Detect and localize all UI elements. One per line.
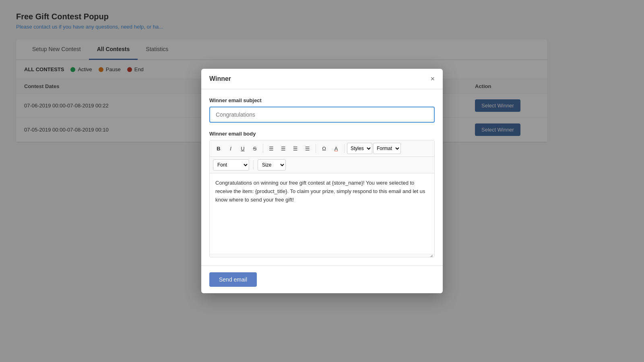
send-email-button[interactable]: Send email [209, 272, 257, 287]
editor-resize-handle: ◢ [210, 254, 434, 257]
editor-toolbar-row2: Font Size [210, 157, 434, 173]
editor-toolbar-row1: B I U S ☰ ☰ ☰ ☰ Ω A Styles [210, 140, 434, 157]
styles-select[interactable]: Styles [347, 143, 372, 154]
resize-icon: ◢ [429, 253, 433, 257]
align-center-button[interactable]: ☰ [278, 143, 289, 154]
close-button[interactable]: × [430, 75, 435, 82]
format-select[interactable]: Format [373, 143, 401, 154]
subject-input[interactable] [209, 107, 435, 123]
toolbar-sep-2 [316, 144, 316, 153]
toolbar-sep-4 [253, 160, 254, 169]
modal-footer: Send email [201, 265, 443, 293]
modal-overlay: Winner × Winner email subject Winner ema… [0, 0, 644, 362]
strikethrough-button[interactable]: S [249, 143, 260, 154]
email-body-editor: B I U S ☰ ☰ ☰ ☰ Ω A Styles [209, 140, 435, 257]
body-label: Winner email body [209, 131, 435, 137]
subject-label: Winner email subject [209, 97, 435, 103]
justify-button[interactable]: ☰ [302, 143, 313, 154]
align-left-button[interactable]: ☰ [266, 143, 277, 154]
omega-button[interactable]: Ω [318, 143, 330, 154]
size-select[interactable]: Size [258, 159, 286, 171]
italic-button[interactable]: I [225, 143, 236, 154]
modal-body: Winner email subject Winner email body B… [201, 89, 443, 265]
modal-header: Winner × [201, 69, 443, 89]
winner-modal: Winner × Winner email subject Winner ema… [201, 69, 443, 293]
underline-button[interactable]: U [237, 143, 248, 154]
bold-button[interactable]: B [213, 143, 224, 154]
align-right-button[interactable]: ☰ [290, 143, 301, 154]
font-color-button[interactable]: A [330, 143, 342, 154]
font-select[interactable]: Font [213, 159, 249, 171]
editor-content[interactable]: Congratulations on winning our free gift… [210, 173, 434, 254]
toolbar-sep-1 [263, 144, 263, 153]
modal-title: Winner [209, 75, 231, 82]
toolbar-sep-3 [344, 144, 345, 153]
body-text: Congratulations on winning our free gift… [215, 180, 425, 203]
